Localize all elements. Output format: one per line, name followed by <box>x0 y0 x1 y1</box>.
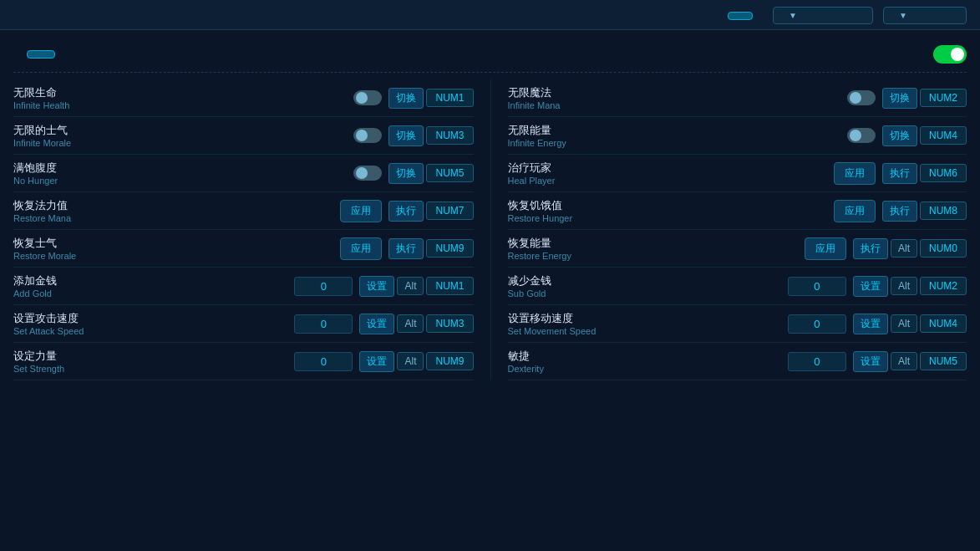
cheat-row: 减少金钱Sub Gold设置AltNUM2 <box>508 268 967 305</box>
hotkey-key-button[interactable]: NUM4 <box>920 126 967 145</box>
hotkey-key-button[interactable]: NUM0 <box>920 239 967 258</box>
version-dropdown[interactable]: ▼ <box>883 7 967 24</box>
hotkey-group: 设置AltNUM1 <box>359 276 473 297</box>
hotkey-type-button[interactable]: 设置 <box>359 314 394 334</box>
cheat-en: Restore Hunger <box>508 213 827 223</box>
cheat-row: 无限魔法Infinite Mana切换NUM2 <box>508 79 967 117</box>
hotkey-key-button[interactable]: NUM3 <box>426 126 473 145</box>
value-input[interactable] <box>788 352 846 371</box>
cheat-en: Add Gold <box>13 288 287 298</box>
hotkey-alt-button[interactable]: Alt <box>891 277 917 295</box>
toggle-switch[interactable] <box>353 90 382 105</box>
hotkey-type-button[interactable]: 切换 <box>882 125 917 146</box>
hotkey-key-button[interactable]: NUM9 <box>426 239 473 258</box>
hotkey-alt-button[interactable]: Alt <box>891 314 917 333</box>
hotkey-type-button[interactable]: 设置 <box>853 276 888 297</box>
cheat-cn: 治疗玩家 <box>508 161 827 176</box>
hotkey-key-button[interactable]: NUM5 <box>426 164 473 182</box>
chevron-down-icon: ▼ <box>789 11 797 20</box>
cheat-label: 减少金钱Sub Gold <box>508 273 781 298</box>
hotkey-alt-button[interactable]: Alt <box>891 352 917 370</box>
cheat-en: Dexterity <box>508 364 781 374</box>
close-all-button[interactable] <box>27 50 55 59</box>
value-input[interactable] <box>294 314 353 334</box>
value-input[interactable] <box>294 277 353 296</box>
hotkey-type-button[interactable]: 切换 <box>388 163 424 184</box>
toggle-switch[interactable] <box>353 128 382 143</box>
hotkey-key-button[interactable]: NUM9 <box>426 352 473 370</box>
hotkey-type-button[interactable]: 切换 <box>388 125 424 146</box>
cheat-label: 无限能量Infinite Energy <box>508 123 840 148</box>
hotkey-group: 切换NUM4 <box>882 125 967 146</box>
hotkey-group: 切换NUM2 <box>882 88 967 109</box>
hotkey-type-button[interactable]: 设置 <box>853 314 888 334</box>
chevron-down-icon: ▼ <box>899 11 907 20</box>
hotkey-type-button[interactable]: 切换 <box>882 88 917 109</box>
platform-dropdown[interactable]: ▼ <box>773 7 873 24</box>
cheat-row: 敏捷Dexterity设置AltNUM5 <box>508 343 967 380</box>
value-input[interactable] <box>294 352 353 371</box>
cheat-row: 恢复能量Restore Energy应用执行AltNUM0 <box>508 230 967 268</box>
top-bar <box>13 38 967 73</box>
hotkey-type-button[interactable]: 执行 <box>882 163 917 184</box>
cheat-label: 设置移动速度Set Movement Speed <box>508 311 781 336</box>
hotkey-key-button[interactable]: NUM7 <box>426 202 473 220</box>
hotkey-type-button[interactable]: 设置 <box>853 351 888 372</box>
value-input[interactable] <box>788 314 846 334</box>
cheat-label: 无限的士气Infinite Morale <box>13 123 347 148</box>
hotkey-type-button[interactable]: 切换 <box>388 88 424 109</box>
cheat-en: Set Attack Speed <box>13 326 287 336</box>
header-right: ▼ ▼ <box>718 7 967 24</box>
hotkey-key-button[interactable]: NUM2 <box>920 89 967 107</box>
hotkey-key-button[interactable]: NUM6 <box>920 164 967 182</box>
hotkey-alt-button[interactable]: Alt <box>397 352 424 370</box>
cheat-en: Sub Gold <box>508 288 781 298</box>
hotkey-key-button[interactable]: NUM1 <box>426 89 473 107</box>
apply-button[interactable]: 应用 <box>834 162 876 185</box>
hotkey-type-button[interactable]: 设置 <box>359 276 394 297</box>
hotkey-key-button[interactable]: NUM4 <box>920 314 967 333</box>
hotkey-key-button[interactable]: NUM2 <box>920 277 967 295</box>
app-header: ▼ ▼ <box>0 0 980 30</box>
cheat-en: Heal Player <box>508 176 827 186</box>
hotkey-toggle[interactable] <box>933 45 967 64</box>
hotkey-key-button[interactable]: NUM8 <box>920 202 967 220</box>
cheat-en: Set Movement Speed <box>508 326 781 336</box>
hotkey-type-button[interactable]: 设置 <box>359 351 394 372</box>
top-bar-right <box>925 45 967 64</box>
toggle-switch[interactable] <box>847 90 876 105</box>
cheat-label: 添加金钱Add Gold <box>13 273 287 298</box>
apply-button[interactable]: 应用 <box>340 200 382 222</box>
hotkey-group: 执行NUM9 <box>388 238 473 259</box>
main-content: 无限生命Infinite Health切换NUM1无限的士气Infinite M… <box>0 30 980 389</box>
hotkey-type-button[interactable]: 执行 <box>882 201 917 222</box>
cheat-en: Infinite Mana <box>508 100 840 110</box>
apply-button[interactable]: 应用 <box>834 200 876 222</box>
hotkey-key-button[interactable]: NUM1 <box>426 277 473 295</box>
left-column: 无限生命Infinite Health切换NUM1无限的士气Infinite M… <box>13 79 490 380</box>
hotkey-key-button[interactable]: NUM3 <box>426 314 473 333</box>
cheat-row: 无限的士气Infinite Morale切换NUM3 <box>13 117 474 155</box>
cheat-label: 恢复饥饿值Restore Hunger <box>508 198 827 223</box>
apply-button[interactable]: 应用 <box>340 237 382 260</box>
hotkey-group: 执行NUM7 <box>388 201 473 222</box>
hotkey-type-button[interactable]: 执行 <box>388 201 424 222</box>
value-input[interactable] <box>788 277 846 296</box>
mode-badge[interactable] <box>728 12 753 20</box>
toggle-switch[interactable] <box>353 166 382 181</box>
hotkey-type-button[interactable]: 执行 <box>853 238 888 259</box>
hotkey-type-button[interactable]: 执行 <box>388 238 424 259</box>
cheat-cn: 无限的士气 <box>13 123 347 138</box>
hotkey-key-button[interactable]: NUM5 <box>920 352 967 370</box>
cheat-cn: 减少金钱 <box>508 273 781 288</box>
cheat-label: 设定力量Set Strength <box>13 349 287 374</box>
apply-button[interactable]: 应用 <box>805 237 846 260</box>
toggle-switch[interactable] <box>847 128 876 143</box>
cheat-label: 恢复士气Restore Morale <box>13 236 333 261</box>
hotkey-alt-button[interactable]: Alt <box>397 314 424 333</box>
hotkey-alt-button[interactable]: Alt <box>891 239 917 258</box>
hotkey-alt-button[interactable]: Alt <box>397 277 424 295</box>
cheat-label: 满饱腹度No Hunger <box>13 161 347 186</box>
hotkey-group: 切换NUM3 <box>388 125 473 146</box>
cheat-cn: 设置攻击速度 <box>13 311 287 326</box>
